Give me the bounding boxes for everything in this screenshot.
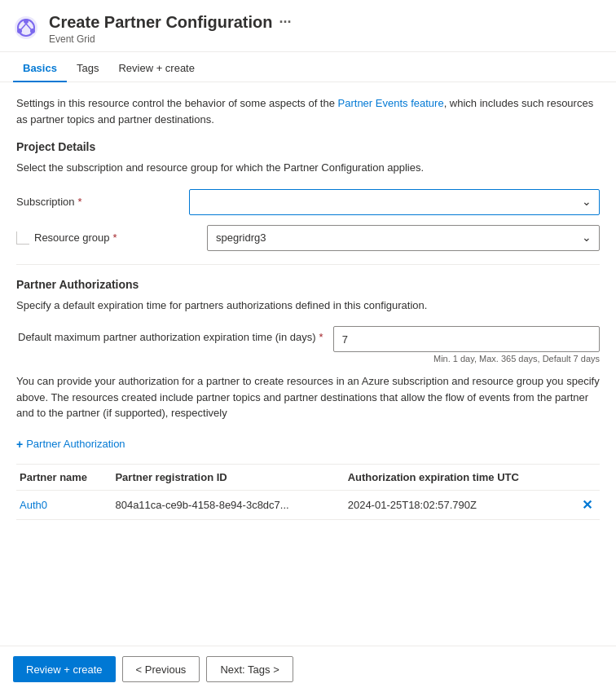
partner-authorizations-description: Specify a default expiration time for pa… — [16, 298, 600, 314]
resource-group-control: spegridrg3 — [207, 225, 600, 251]
expiration-control: Min. 1 day, Max. 365 days, Default 7 day… — [333, 326, 600, 364]
basics-description: Settings in this resource control the be… — [16, 95, 600, 127]
event-grid-icon — [13, 15, 39, 41]
auth-description: You can provide your authorization for a… — [16, 373, 600, 421]
plus-icon: + — [16, 438, 23, 451]
title-text: Create Partner Configuration — [49, 13, 272, 32]
tab-review-create[interactable]: Review + create — [108, 55, 205, 82]
subscription-control — [189, 189, 600, 215]
page-title: Create Partner Configuration ··· — [49, 13, 292, 32]
partner-auth-section: + Partner Authorization Partner name Par… — [16, 434, 600, 520]
previous-button[interactable]: < Previous — [122, 656, 200, 682]
table-header: Partner name Partner registration ID Aut… — [16, 464, 600, 490]
project-details-title: Project Details — [16, 140, 600, 153]
expiration-label: Default maximum partner authorization ex… — [16, 326, 323, 343]
review-create-button[interactable]: Review + create — [13, 656, 116, 682]
delete-cell: ✕ — [574, 490, 600, 519]
tab-bar: Basics Tags Review + create — [0, 55, 616, 82]
expiration-cell: 2024-01-25T18:02:57.790Z — [345, 490, 574, 519]
table-row: Auth0 804a11ca-ce9b-4158-8e94-3c8dc7... … — [16, 490, 600, 519]
subscription-label: Subscription * — [16, 196, 179, 208]
resource-group-label-wrapper: Resource group * — [16, 231, 197, 245]
tab-basics[interactable]: Basics — [13, 55, 67, 82]
col-actions — [574, 464, 600, 490]
svg-point-2 — [24, 19, 29, 24]
page-container: Create Partner Configuration ··· Event G… — [0, 0, 616, 692]
tab-tags[interactable]: Tags — [67, 55, 108, 82]
expiration-hint: Min. 1 day, Max. 365 days, Default 7 day… — [333, 354, 600, 364]
resource-group-select[interactable]: spegridrg3 — [207, 225, 600, 251]
col-expiration: Authorization expiration time UTC — [345, 464, 574, 490]
delete-row-button[interactable]: ✕ — [582, 497, 592, 513]
header: Create Partner Configuration ··· Event G… — [0, 0, 616, 52]
table-body: Auth0 804a11ca-ce9b-4158-8e94-3c8dc7... … — [16, 490, 600, 519]
add-partner-authorization-button[interactable]: + Partner Authorization — [16, 434, 125, 454]
main-content: Settings in this resource control the be… — [0, 82, 616, 646]
col-registration-id: Partner registration ID — [112, 464, 344, 490]
header-text: Create Partner Configuration ··· Event G… — [49, 13, 292, 45]
next-tags-button[interactable]: Next: Tags > — [206, 656, 293, 682]
indent-line — [16, 231, 29, 245]
project-details-description: Select the subscription and resource gro… — [16, 160, 600, 176]
more-options-icon[interactable]: ··· — [279, 14, 291, 31]
footer: Review + create < Previous Next: Tags > — [0, 646, 616, 692]
subscription-row: Subscription * — [16, 189, 600, 215]
partner-authorizations-title: Partner Authorizations — [16, 278, 600, 291]
subscription-select-wrapper — [189, 189, 600, 215]
section-divider-1 — [16, 264, 600, 265]
partner-name-cell[interactable]: Auth0 — [16, 490, 112, 519]
expiration-input[interactable] — [333, 326, 600, 352]
resource-group-select-wrapper: spegridrg3 — [207, 225, 600, 251]
partner-authorizations-table: Partner name Partner registration ID Aut… — [16, 464, 600, 520]
add-partner-label: Partner Authorization — [26, 438, 125, 450]
resource-group-label: Resource group * — [34, 231, 197, 244]
registration-id-cell: 804a11ca-ce9b-4158-8e94-3c8dc7... — [112, 490, 344, 519]
page-subtitle: Event Grid — [49, 33, 292, 45]
col-partner-name: Partner name — [16, 464, 112, 490]
subscription-select[interactable] — [189, 189, 600, 215]
expiration-row: Default maximum partner authorization ex… — [16, 326, 600, 364]
resource-group-row: Resource group * spegridrg3 — [16, 225, 600, 251]
